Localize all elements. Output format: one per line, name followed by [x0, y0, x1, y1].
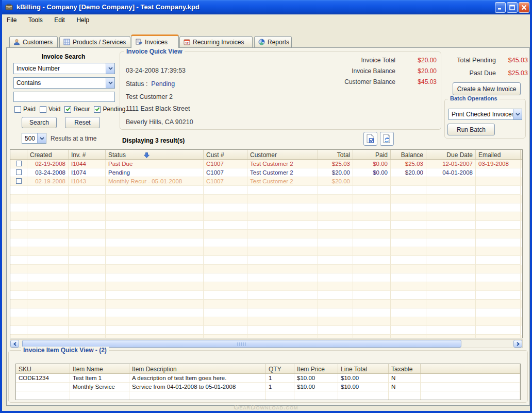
column-header-Inv. #[interactable]: Inv. #: [69, 150, 106, 159]
column-header-Balance[interactable]: Balance: [391, 150, 426, 159]
cell: [27, 238, 69, 247]
cell: [318, 238, 353, 247]
row-checkbox[interactable]: [16, 178, 22, 184]
tab-customers[interactable]: Customers: [9, 36, 58, 47]
cell: [476, 230, 521, 238]
cell: [10, 326, 27, 335]
column-header-Total[interactable]: Total: [318, 150, 353, 159]
tab-reports[interactable]: Reports: [254, 36, 292, 47]
cell: [391, 300, 426, 308]
menu-tools[interactable]: Tools: [24, 14, 47, 26]
menu-file[interactable]: File: [2, 14, 21, 26]
minimize-button[interactable]: [495, 2, 506, 13]
chevron-down-icon[interactable]: [106, 78, 114, 88]
item-column-header-QTY[interactable]: QTY: [266, 364, 294, 373]
cell: [106, 291, 204, 300]
item-column-header-Item Price[interactable]: Item Price: [294, 364, 338, 373]
invoice-row[interactable]: 02-19-2008I1044Past DueC1007Test Custome…: [10, 160, 522, 168]
cell: [69, 273, 106, 282]
qv-datetime: 03-24-2008 17:39:53: [126, 67, 186, 74]
maximize-button[interactable]: [507, 2, 518, 13]
invoice-row[interactable]: 02-19-2008I1043Monthly Recur - 05-01-200…: [10, 177, 522, 186]
reports-icon: [258, 39, 265, 45]
close-button[interactable]: [519, 2, 529, 13]
cell: [27, 195, 69, 203]
scroll-right-button[interactable]: [513, 340, 522, 348]
cell: [69, 326, 106, 335]
past-due-value: $25.03: [496, 70, 528, 77]
column-header-Created[interactable]: Created: [27, 150, 69, 159]
column-header-Emailed[interactable]: Emailed: [476, 150, 521, 159]
item-column-header-filler[interactable]: [421, 364, 520, 373]
checkbox[interactable]: [14, 106, 21, 113]
row-checkbox-cell[interactable]: [10, 168, 27, 177]
chevron-down-icon[interactable]: [106, 63, 114, 74]
cell: [247, 265, 318, 273]
cell: [391, 221, 426, 230]
tab-products-services[interactable]: Products / Services: [59, 36, 130, 47]
item-column-header-SKU[interactable]: SKU: [16, 364, 70, 373]
checkbox[interactable]: [64, 106, 71, 113]
column-header-Paid[interactable]: Paid: [353, 150, 391, 159]
cell: [391, 195, 426, 203]
cell: [106, 282, 204, 291]
cell: C1007: [204, 160, 247, 168]
cell: [69, 335, 106, 338]
item-column-header-Taxable[interactable]: Taxable: [389, 364, 421, 373]
cell: [106, 238, 204, 247]
cell: [426, 195, 476, 203]
scroll-left-button[interactable]: [10, 340, 19, 348]
window-title: kBilling - Company [Demo Company] - Test…: [16, 0, 200, 14]
check-all-button[interactable]: [363, 132, 377, 146]
checkbox[interactable]: [94, 106, 101, 113]
column-header-Status[interactable]: Status: [106, 150, 204, 159]
cell: $25.03: [391, 160, 426, 168]
empty-row: [10, 195, 522, 203]
run-batch-button[interactable]: Run Batch: [447, 124, 495, 135]
chevron-down-icon[interactable]: [37, 133, 46, 143]
column-header-Cust #[interactable]: Cust #: [204, 150, 247, 159]
search-button[interactable]: Search: [22, 117, 57, 128]
column-header-Due Date[interactable]: Due Date: [426, 150, 476, 159]
empty-row: [10, 326, 522, 335]
filter-checkbox-recur[interactable]: Recur: [64, 106, 90, 113]
menu-help[interactable]: Help: [72, 14, 94, 26]
cell: [69, 308, 106, 317]
search-query-input[interactable]: [13, 92, 115, 102]
column-header-Customer[interactable]: Customer: [247, 150, 318, 159]
invoice-row[interactable]: 03-24-2008I1074PendingC1007Test Customer…: [10, 168, 522, 177]
cell: [204, 282, 247, 291]
batch-action-select[interactable]: Print Checked Invoices: [448, 109, 522, 120]
cell: [27, 203, 69, 212]
qv-status: Status : Pending: [126, 80, 175, 88]
column-header-select[interactable]: [10, 150, 27, 159]
tab-recurring-invoices[interactable]: 12 Recurring Invoices: [179, 36, 253, 47]
item-row[interactable]: CODE1234Test Item 1A description of test…: [16, 374, 520, 383]
search-field-select[interactable]: Invoice Number: [13, 63, 115, 74]
results-per-page-select[interactable]: 500: [22, 133, 46, 144]
item-column-header-Item Name[interactable]: Item Name: [70, 364, 129, 373]
tab-label: Products / Services: [73, 39, 126, 46]
invoice-total-label: Invoice Total: [292, 57, 395, 64]
menu-edit[interactable]: Edit: [49, 14, 70, 26]
cell: [27, 282, 69, 291]
checkbox[interactable]: [40, 106, 46, 113]
item-row[interactable]: Monthly ServiceService from 04-01-2008 t…: [16, 383, 520, 391]
tab-invoices[interactable]: Invoices: [131, 35, 179, 48]
filter-checkbox-paid[interactable]: Paid: [14, 106, 36, 113]
reset-button[interactable]: Reset: [65, 117, 100, 128]
item-column-header-Item Description[interactable]: Item Description: [129, 364, 266, 373]
chevron-down-icon[interactable]: [513, 109, 522, 119]
row-checkbox-cell[interactable]: [10, 160, 27, 168]
filter-checkbox-void[interactable]: Void: [40, 106, 60, 113]
cell: [247, 212, 318, 221]
row-checkbox[interactable]: [16, 169, 22, 175]
create-new-invoice-button[interactable]: Create a New Invoice: [453, 82, 521, 95]
search-operator-select[interactable]: Contains: [13, 77, 115, 89]
row-checkbox[interactable]: [16, 161, 22, 166]
item-column-header-Line Total[interactable]: Line Total: [338, 364, 389, 373]
invoice-table: CreatedInv. #StatusCust #CustomerTotalPa…: [10, 149, 523, 338]
row-checkbox-cell[interactable]: [10, 177, 27, 186]
refresh-button[interactable]: [380, 132, 394, 146]
cell: [204, 256, 247, 265]
